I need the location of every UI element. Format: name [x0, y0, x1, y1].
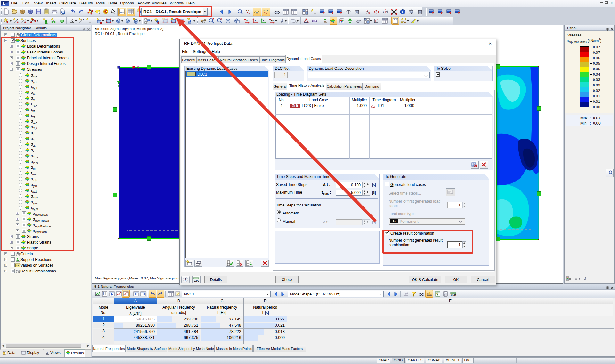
svg-text:X: X — [137, 65, 139, 69]
svg-text:0.00: 0.00 — [451, 294, 456, 297]
svg-text:xx: xx — [16, 264, 19, 267]
svg-text:x.xx: x.xx — [246, 9, 251, 12]
svg-text:0.00: 0.00 — [194, 279, 199, 282]
svg-text:Y: Y — [117, 84, 119, 87]
svg-text:?: ? — [184, 278, 187, 282]
svg-text:x: x — [72, 18, 73, 20]
svg-text:i: i — [402, 10, 403, 14]
svg-text:X: X — [436, 293, 438, 296]
svg-text:-X: -X — [271, 19, 274, 22]
svg-text:x.xx: x.xx — [263, 9, 268, 12]
svg-text:X: X — [246, 19, 248, 22]
svg-text:Y: Y — [254, 19, 256, 22]
svg-text:Z: Z — [263, 19, 265, 22]
